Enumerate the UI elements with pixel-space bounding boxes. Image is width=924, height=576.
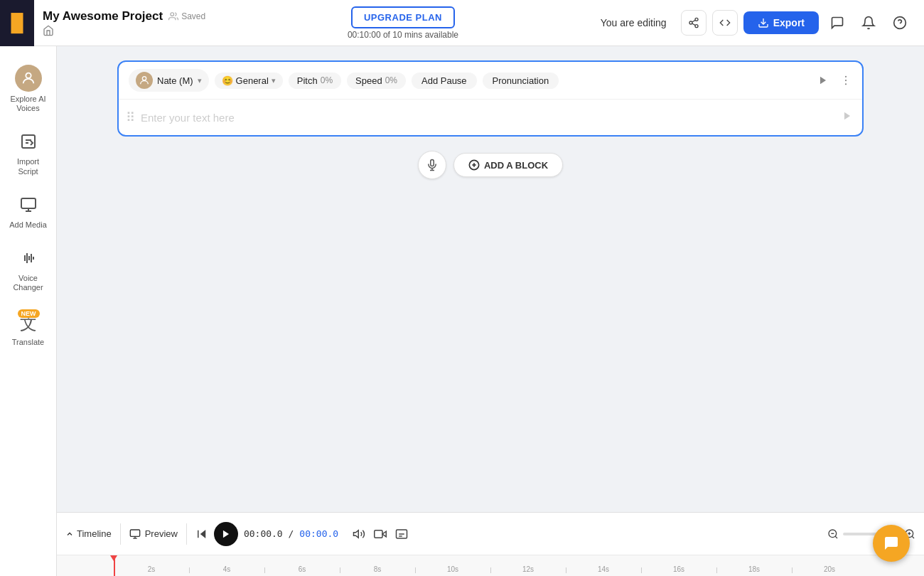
- emotion-label: General: [236, 75, 269, 86]
- time-info: 00:10:00 of 10 mins available: [348, 30, 458, 40]
- logo-icon: ▐▌: [5, 13, 29, 33]
- export-label: Export: [773, 17, 805, 28]
- ruler-mark: 18s: [716, 565, 792, 573]
- content-area: Nate (M) ▾ 😊 General ▾ Pitch 0%: [57, 46, 924, 576]
- timeline-bar: Timeline Preview 00:00.0 / 00:00.0: [57, 512, 924, 555]
- svg-point-1: [695, 18, 698, 21]
- tl-subtitles-button[interactable]: [395, 528, 408, 540]
- chevron-up-icon: [65, 530, 74, 538]
- svg-marker-27: [844, 112, 850, 120]
- speed-control[interactable]: Speed 0%: [347, 73, 406, 89]
- ruler-mark: 4s: [189, 565, 264, 573]
- voice-changer-label: VoiceChanger: [13, 274, 43, 292]
- svg-rect-13: [21, 198, 36, 208]
- translate-label: Translate: [12, 338, 44, 347]
- sidebar-item-explore-ai[interactable]: Explore AI Voices: [4, 58, 53, 120]
- export-button[interactable]: Export: [743, 11, 819, 34]
- svg-marker-37: [200, 530, 206, 538]
- notifications-button[interactable]: [856, 10, 881, 36]
- text-input[interactable]: Enter your text here: [141, 112, 837, 124]
- header: ▐▌ My Awesome Project Saved UPGRADE PLAN…: [0, 0, 924, 46]
- svg-marker-39: [223, 530, 229, 538]
- svg-point-3: [695, 25, 698, 28]
- chat-header-button[interactable]: [824, 10, 850, 36]
- help-button[interactable]: [887, 10, 913, 36]
- header-center: UPGRADE PLAN 00:10:00 of 10 mins availab…: [214, 6, 592, 40]
- ruler-mark: 6s: [264, 565, 340, 573]
- add-pause-button[interactable]: Add Pause: [412, 73, 477, 89]
- playhead-arrow: [110, 555, 117, 561]
- tl-zoom-out-button[interactable]: [827, 528, 839, 540]
- editor-area: Nate (M) ▾ 😊 General ▾ Pitch 0%: [57, 46, 924, 512]
- voice-changer-icon: [20, 250, 37, 271]
- project-info: My Awesome Project Saved: [43, 9, 205, 36]
- svg-line-49: [912, 536, 914, 538]
- mic-icon: [426, 159, 439, 171]
- more-options-button[interactable]: [839, 74, 852, 87]
- svg-point-24: [845, 76, 847, 78]
- tl-controls: 00:00.0 / 00:00.0: [195, 522, 338, 546]
- svg-line-5: [692, 20, 695, 22]
- block-play-button[interactable]: [812, 70, 834, 91]
- tl-play-icon: [221, 529, 231, 539]
- sidebar-item-import-script[interactable]: ImportScript: [4, 126, 53, 183]
- volume-icon: [353, 528, 365, 540]
- sidebar: Explore AI Voices ImportScript Add Media…: [0, 46, 57, 576]
- share-button[interactable]: [681, 10, 707, 36]
- explore-ai-label: Explore AI Voices: [8, 95, 49, 113]
- header-actions: Export: [681, 10, 913, 36]
- project-title-row: My Awesome Project Saved: [43, 9, 205, 23]
- pronunciation-button[interactable]: Pronunciation: [483, 73, 559, 89]
- sidebar-item-voice-changer[interactable]: VoiceChanger: [4, 242, 53, 299]
- sidebar-item-add-media[interactable]: Add Media: [4, 189, 53, 237]
- svg-point-25: [845, 80, 847, 81]
- saved-badge: Saved: [168, 11, 205, 21]
- timeline-ruler: 2s4s6s8s10s12s14s16s18s20s: [57, 555, 924, 576]
- help-icon: [893, 16, 907, 30]
- add-block-area: ADD A BLOCK: [117, 151, 864, 179]
- tl-play-button[interactable]: [214, 522, 238, 546]
- voice-selector[interactable]: Nate (M) ▾: [129, 69, 209, 92]
- code-button[interactable]: [712, 10, 738, 36]
- explore-ai-icon: [15, 65, 42, 92]
- code-icon: [719, 17, 731, 28]
- message-icon: [830, 16, 844, 30]
- tl-time-current: 00:00.0 /: [244, 528, 294, 539]
- chat-bubble-button[interactable]: [873, 525, 910, 562]
- svg-rect-10: [22, 135, 35, 148]
- svg-marker-23: [820, 77, 826, 85]
- tl-skip-back-button[interactable]: [195, 528, 208, 540]
- emotion-emoji: 😊: [222, 75, 233, 86]
- more-icon: [839, 74, 852, 87]
- add-block-button[interactable]: ADD A BLOCK: [453, 153, 563, 177]
- plus-circle-icon: [468, 159, 480, 171]
- tl-camera-button[interactable]: [374, 528, 387, 540]
- timeline-divider-2: [186, 523, 187, 545]
- mic-button[interactable]: [418, 151, 446, 179]
- main-layout: Explore AI Voices ImportScript Add Media…: [0, 46, 924, 576]
- svg-point-9: [26, 73, 31, 78]
- tl-time-total: 00:00.0: [299, 528, 338, 539]
- upgrade-button[interactable]: UPGRADE PLAN: [351, 6, 455, 28]
- ruler-mark: 16s: [641, 565, 716, 573]
- text-play-button[interactable]: [842, 111, 852, 124]
- svg-line-46: [835, 536, 837, 538]
- emotion-selector[interactable]: 😊 General ▾: [215, 73, 283, 89]
- pitch-label: Pitch: [297, 75, 318, 86]
- preview-icon: [129, 528, 141, 540]
- play-icon: [818, 75, 828, 85]
- voice-chevron-icon: ▾: [198, 76, 202, 85]
- skip-back-icon: [195, 528, 208, 540]
- camera-icon: [374, 528, 387, 540]
- svg-point-2: [689, 21, 692, 24]
- you-editing-label: You are editing: [601, 17, 667, 28]
- import-script-icon: [20, 133, 37, 154]
- tl-volume-button[interactable]: [353, 528, 365, 540]
- timeline-collapse-button[interactable]: Timeline: [65, 528, 112, 539]
- svg-marker-40: [354, 530, 359, 538]
- pitch-control[interactable]: Pitch 0%: [289, 73, 341, 89]
- speed-label: Speed: [355, 75, 382, 86]
- preview-text: Preview: [145, 528, 178, 539]
- download-icon: [758, 17, 769, 28]
- sidebar-item-translate[interactable]: 文 NEW Translate: [4, 305, 53, 354]
